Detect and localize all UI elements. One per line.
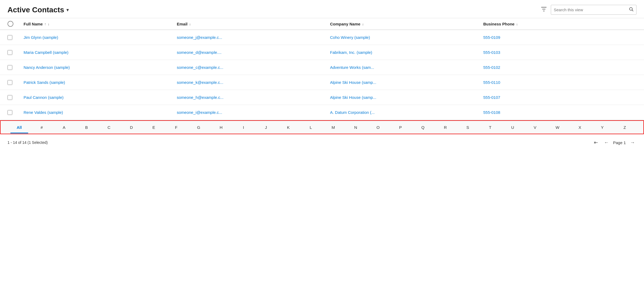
cell-company[interactable]: Alpine Ski House (samp... (330, 80, 483, 85)
cell-email[interactable]: someone_c@example.c... (177, 65, 330, 70)
page-header: Active Contacts ▾ (0, 0, 644, 18)
alpha-nav-item-s[interactable]: S (457, 121, 479, 133)
row-checkbox[interactable] (7, 80, 12, 85)
col-label-email: Email (177, 22, 187, 26)
alpha-nav-item-c[interactable]: C (98, 121, 120, 133)
cell-phone[interactable]: 555-0108 (483, 110, 637, 115)
col-header-fullname: Full Name ↑ ↓ (24, 21, 177, 27)
row-checkbox-cell (7, 110, 24, 115)
page-title: Active Contacts (7, 6, 64, 14)
alpha-nav-item-b[interactable]: B (75, 121, 98, 133)
alpha-nav-item-g[interactable]: G (187, 121, 210, 133)
alpha-nav-item-r[interactable]: R (434, 121, 457, 133)
alpha-nav-item-f[interactable]: F (165, 121, 187, 133)
alpha-nav-item-i[interactable]: I (232, 121, 255, 133)
alpha-nav-item-#[interactable]: # (31, 121, 53, 133)
first-page-button[interactable]: ⇤ (592, 138, 600, 147)
alpha-nav-item-j[interactable]: J (255, 121, 277, 133)
alpha-nav-item-h[interactable]: H (210, 121, 232, 133)
cell-company[interactable]: A. Datum Corporation (... (330, 110, 483, 115)
cell-email[interactable]: someone_i@example.c... (177, 110, 330, 115)
col-header-phone: Business Phone ↓ (483, 21, 637, 27)
row-checkbox-cell (7, 80, 24, 85)
row-checkbox-cell (7, 95, 24, 100)
alpha-nav-item-a[interactable]: A (53, 121, 76, 133)
alpha-nav-item-t[interactable]: T (479, 121, 502, 133)
title-dropdown-icon[interactable]: ▾ (66, 7, 69, 13)
sort-desc-icon[interactable]: ↓ (48, 22, 50, 26)
prev-page-button[interactable]: ← (602, 139, 610, 147)
cell-company[interactable]: Alpine Ski House (samp... (330, 95, 483, 100)
next-page-button[interactable]: → (628, 139, 637, 147)
row-checkbox[interactable] (7, 95, 12, 100)
table-row: Nancy Anderson (sample) someone_c@exampl… (0, 60, 644, 75)
alpha-nav-item-m[interactable]: M (322, 121, 345, 133)
search-icon[interactable] (629, 7, 634, 13)
phone-sort-icon[interactable]: ↓ (516, 22, 518, 26)
alpha-nav-item-v[interactable]: V (524, 121, 546, 133)
sort-asc-icon[interactable]: ↑ (44, 22, 46, 26)
row-checkbox[interactable] (7, 35, 12, 40)
alpha-nav-item-w[interactable]: W (546, 121, 569, 133)
cell-fullname[interactable]: Paul Cannon (sample) (24, 95, 177, 100)
col-header-checkbox (7, 21, 24, 27)
cell-phone[interactable]: 555-0102 (483, 65, 637, 70)
cell-phone[interactable]: 555-0103 (483, 50, 637, 55)
table-row: Jim Glynn (sample) someone_j@example.c..… (0, 30, 644, 45)
cell-email[interactable]: someone_j@example.c... (177, 35, 330, 40)
page-footer: 1 - 14 of 14 (1 Selected) ⇤ ← Page 1 → (0, 134, 644, 151)
cell-company[interactable]: Adventure Works (sam... (330, 65, 483, 70)
filter-icon[interactable] (541, 6, 547, 14)
select-all-checkbox[interactable] (7, 21, 13, 27)
cell-fullname[interactable]: Maria Campbell (sample) (24, 50, 177, 55)
alpha-nav-item-o[interactable]: O (367, 121, 389, 133)
cell-fullname[interactable]: Jim Glynn (sample) (24, 35, 177, 40)
cell-fullname[interactable]: Patrick Sands (sample) (24, 80, 177, 85)
email-sort-icon[interactable]: ↓ (189, 22, 191, 26)
table-row: Patrick Sands (sample) someone_k@example… (0, 75, 644, 90)
row-checkbox[interactable] (7, 65, 12, 70)
cell-fullname[interactable]: Rene Valdes (sample) (24, 110, 177, 115)
row-checkbox[interactable] (7, 110, 12, 115)
alpha-nav-item-e[interactable]: E (143, 121, 165, 133)
page-label: Page 1 (613, 140, 626, 145)
alpha-nav-item-q[interactable]: Q (412, 121, 434, 133)
table-body: Jim Glynn (sample) someone_j@example.c..… (0, 30, 644, 120)
alpha-nav: All#ABCDEFGHIJKLMNOPQRSTUVWXYZ (0, 120, 644, 134)
alpha-nav-item-all[interactable]: All (8, 121, 31, 133)
cell-fullname[interactable]: Nancy Anderson (sample) (24, 65, 177, 70)
cell-phone[interactable]: 555-0107 (483, 95, 637, 100)
table-row: Rene Valdes (sample) someone_i@example.c… (0, 105, 644, 120)
alpha-nav-item-z[interactable]: Z (613, 121, 636, 133)
col-label-fullname: Full Name (24, 22, 43, 26)
table-header: Full Name ↑ ↓ Email ↓ Company Name ↓ Bus… (0, 18, 644, 30)
table-row: Maria Campbell (sample) someone_d@exampl… (0, 45, 644, 60)
alpha-nav-item-y[interactable]: Y (591, 121, 614, 133)
cell-phone[interactable]: 555-0109 (483, 35, 637, 40)
cell-email[interactable]: someone_k@example.c... (177, 80, 330, 85)
company-sort-icon[interactable]: ↓ (362, 22, 364, 26)
cell-company[interactable]: Coho Winery (sample) (330, 35, 483, 40)
pagination: ⇤ ← Page 1 → (592, 138, 637, 147)
cell-email[interactable]: someone_d@example.... (177, 50, 330, 55)
alpha-nav-item-l[interactable]: L (300, 121, 322, 133)
alpha-nav-item-u[interactable]: U (502, 121, 524, 133)
alpha-nav-item-n[interactable]: N (344, 121, 367, 133)
alpha-nav-item-k[interactable]: K (277, 121, 300, 133)
alpha-nav-item-x[interactable]: X (569, 121, 591, 133)
header-right (541, 5, 637, 15)
col-label-company: Company Name (330, 22, 360, 26)
row-checkbox-cell (7, 65, 24, 70)
alpha-nav-item-d[interactable]: D (120, 121, 143, 133)
alpha-nav-item-p[interactable]: P (389, 121, 412, 133)
search-input[interactable] (554, 8, 628, 12)
table-row: Paul Cannon (sample) someone_h@example.c… (0, 90, 644, 105)
cell-email[interactable]: someone_h@example.c... (177, 95, 330, 100)
cell-phone[interactable]: 555-0110 (483, 80, 637, 85)
svg-line-1 (632, 10, 633, 11)
search-box (551, 5, 637, 15)
col-header-company: Company Name ↓ (330, 21, 483, 27)
record-count: 1 - 14 of 14 (1 Selected) (7, 140, 48, 145)
cell-company[interactable]: Fabrikam, Inc. (sample) (330, 50, 483, 55)
row-checkbox[interactable] (7, 50, 12, 55)
